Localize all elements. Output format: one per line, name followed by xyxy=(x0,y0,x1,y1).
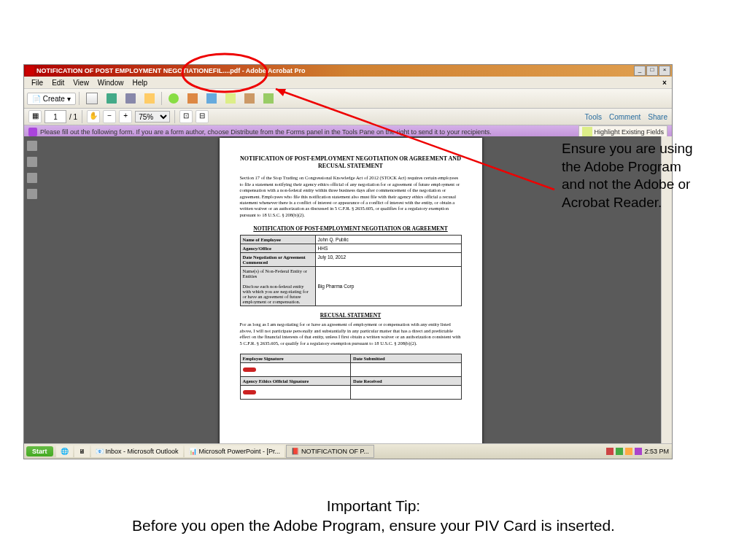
create-button[interactable]: 📄 Create ▾ xyxy=(27,93,76,105)
comment-link[interactable]: Comment xyxy=(609,113,640,121)
pdf-page: NOTIFICATION OF POST-EMPLOYMENT NEGOTIAT… xyxy=(220,138,482,459)
entities-label: Name(s) of Non-Federal Entity or Entitie… xyxy=(240,267,315,306)
signature-table: Employee SignatureDate Submitted Agency … xyxy=(240,354,462,400)
toolbar: 📄 Create ▾ xyxy=(24,89,672,109)
menu-view[interactable]: View xyxy=(69,79,93,87)
page-total: / 1 xyxy=(69,113,77,121)
zoom-select[interactable]: 75% xyxy=(135,111,170,122)
date-submitted-field[interactable] xyxy=(351,363,462,377)
maximize-button[interactable]: □ xyxy=(646,66,658,76)
tip-text: Important Tip: Before you open the Adobe… xyxy=(0,496,747,536)
form-icon xyxy=(28,128,37,136)
agency-field[interactable]: HHS xyxy=(315,244,461,253)
bookmarks-panel-button[interactable] xyxy=(27,157,37,167)
zoom-in-button[interactable]: + xyxy=(119,110,132,123)
thumbnails-panel-button[interactable] xyxy=(27,141,37,151)
employee-sig-field[interactable] xyxy=(240,363,351,377)
print-button[interactable] xyxy=(122,91,139,106)
tip-body: Before you open the Adobe Program, ensur… xyxy=(132,517,615,534)
attachments-panel-button[interactable] xyxy=(27,173,37,183)
doc-title: NOTIFICATION OF POST-EMPLOYMENT NEGOTIAT… xyxy=(240,155,462,169)
menu-window[interactable]: Window xyxy=(93,79,128,87)
share-link[interactable]: Share xyxy=(648,113,667,121)
open-icon xyxy=(86,93,98,104)
misc-button[interactable] xyxy=(260,91,277,106)
form-message: Please fill out the following form. If y… xyxy=(40,128,492,136)
email-icon xyxy=(144,93,155,104)
acrobat-window: NOTIFICATION OF POST EMPLOYMENT NEGOTIAT… xyxy=(23,64,673,459)
ethics-sig-label: Agency Ethics Official Signature xyxy=(240,377,351,386)
titlebar: NOTIFICATION OF POST EMPLOYMENT NEGOTIAT… xyxy=(24,65,672,77)
menu-file[interactable]: File xyxy=(27,79,47,87)
notification-heading: NOTIFICATION OF POST-EMPLOYMENT NEGOTIAT… xyxy=(240,225,462,232)
taskbar-item-powerpoint[interactable]: 📊 Microsoft PowerPoint - [Pr... xyxy=(185,446,285,457)
system-tray: 2:53 PM xyxy=(603,448,672,455)
create-label: Create xyxy=(43,95,65,103)
app-icon xyxy=(26,66,34,75)
fit-button[interactable]: ⊡ xyxy=(179,110,193,123)
menubar: File Edit View Window Help × xyxy=(24,77,672,89)
tray-icon[interactable] xyxy=(635,448,642,455)
zoom-out-button[interactable]: − xyxy=(103,110,116,123)
minimize-button[interactable]: _ xyxy=(634,66,646,76)
tray-icon[interactable] xyxy=(625,448,632,455)
misc-icon xyxy=(263,93,274,104)
highlight-icon xyxy=(225,93,236,104)
taskbar-item-outlook[interactable]: 📧 Inbox - Microsoft Outlook xyxy=(91,446,183,457)
menu-edit[interactable]: Edit xyxy=(47,79,69,87)
document-close-button[interactable]: × xyxy=(660,79,669,87)
tip-title: Important Tip: xyxy=(327,497,420,514)
windows-taskbar: Start 🌐 🖥 📧 Inbox - Microsoft Outlook 📊 … xyxy=(24,443,672,459)
share-icon xyxy=(206,93,217,104)
date-submitted-label: Date Submitted xyxy=(351,354,462,363)
share-button[interactable] xyxy=(203,91,220,106)
nav-sidebar xyxy=(24,136,40,459)
start-button[interactable]: Start xyxy=(26,446,53,456)
signatures-panel-button[interactable] xyxy=(27,189,37,199)
comment-button[interactable] xyxy=(165,91,182,106)
date-received-field[interactable] xyxy=(351,386,462,400)
date-commenced-field[interactable]: July 10, 2012 xyxy=(315,253,461,267)
page-thumbs-button[interactable]: ▦ xyxy=(28,110,42,123)
taskbar-item-acrobat[interactable]: 📕 NOTIFICATION OF P... xyxy=(286,445,374,458)
page-number-input[interactable] xyxy=(44,110,66,123)
tray-icon[interactable] xyxy=(606,448,614,455)
notification-table: Name of EmployeeJohn Q. Public Agency/Of… xyxy=(240,235,462,306)
highlight-fields-icon xyxy=(582,127,592,137)
email-button[interactable] xyxy=(141,91,158,106)
print-icon xyxy=(125,93,136,104)
tray-icon[interactable] xyxy=(616,448,623,455)
menu-help[interactable]: Help xyxy=(128,79,152,87)
signature-marker-icon xyxy=(243,390,256,394)
save-button[interactable] xyxy=(103,91,120,106)
sign-button[interactable] xyxy=(241,91,258,106)
date-received-label: Date Received xyxy=(351,377,462,386)
open-button[interactable] xyxy=(82,90,101,106)
signature-marker-icon xyxy=(243,368,256,372)
stamp-button[interactable] xyxy=(184,91,201,106)
recusal-paragraph: For as long as I am negotiating for or h… xyxy=(240,322,462,346)
recusal-heading: RECUSAL STATEMENT xyxy=(240,312,462,319)
right-panel-links: Tools Comment Share xyxy=(585,113,667,121)
comment-icon xyxy=(169,93,179,104)
employee-sig-label: Employee Signature xyxy=(240,354,351,363)
callout-text: Ensure you are using the Adobe Program a… xyxy=(562,140,708,212)
window-controls: _ □ × xyxy=(634,66,670,76)
date-commenced-label: Date Negotiation or Agreement Commenced xyxy=(240,253,315,267)
save-icon xyxy=(107,93,117,104)
close-button[interactable]: × xyxy=(659,66,670,76)
hand-tool-button[interactable]: ✋ xyxy=(87,110,100,123)
tools-link[interactable]: Tools xyxy=(585,113,602,121)
employee-name-field[interactable]: John Q. Public xyxy=(315,236,461,244)
fit-width-button[interactable]: ⊟ xyxy=(196,110,209,123)
entities-field[interactable]: Big Pharma Corp xyxy=(315,267,461,306)
stamp-icon xyxy=(187,93,198,104)
sign-icon xyxy=(244,93,255,104)
ethics-sig-field[interactable] xyxy=(240,386,351,400)
clock: 2:53 PM xyxy=(644,448,669,455)
highlight-button[interactable] xyxy=(222,91,239,106)
quick-launch-ie[interactable]: 🌐 xyxy=(56,446,73,457)
employee-name-label: Name of Employee xyxy=(240,236,315,244)
pagebar: ▦ / 1 ✋ − + 75% ⊡ ⊟ Tools Comment Share xyxy=(24,109,672,125)
quick-launch-desktop[interactable]: 🖥 xyxy=(74,446,90,457)
